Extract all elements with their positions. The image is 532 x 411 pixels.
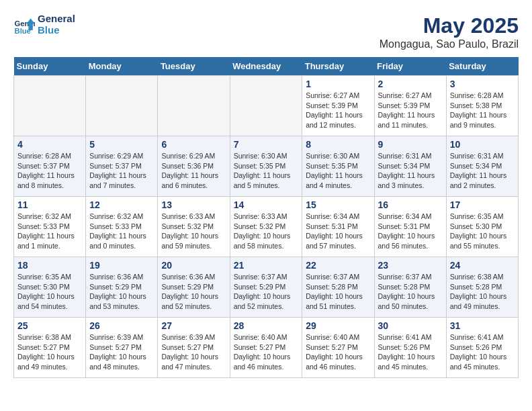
column-header-monday: Monday (86, 57, 158, 76)
day-info: Sunrise: 6:41 AM Sunset: 5:26 PM Dayligh… (378, 332, 443, 372)
day-cell: 23Sunrise: 6:37 AM Sunset: 5:28 PM Dayli… (374, 257, 446, 318)
day-cell: 2Sunrise: 6:27 AM Sunset: 5:39 PM Daylig… (374, 76, 446, 136)
day-info: Sunrise: 6:34 AM Sunset: 5:31 PM Dayligh… (378, 212, 443, 251)
day-info: Sunrise: 6:38 AM Sunset: 5:27 PM Dayligh… (17, 332, 82, 372)
day-number: 22 (306, 260, 370, 271)
day-info: Sunrise: 6:32 AM Sunset: 5:33 PM Dayligh… (17, 212, 82, 251)
week-row-2: 4Sunrise: 6:28 AM Sunset: 5:37 PM Daylig… (14, 136, 519, 197)
day-cell (230, 76, 302, 136)
day-cell: 16Sunrise: 6:34 AM Sunset: 5:31 PM Dayli… (374, 197, 446, 257)
column-header-friday: Friday (374, 57, 446, 76)
day-cell: 19Sunrise: 6:36 AM Sunset: 5:29 PM Dayli… (86, 257, 158, 318)
day-info: Sunrise: 6:33 AM Sunset: 5:32 PM Dayligh… (161, 212, 226, 251)
day-info: Sunrise: 6:31 AM Sunset: 5:34 PM Dayligh… (378, 151, 443, 191)
day-cell (14, 76, 86, 136)
day-number: 23 (378, 260, 443, 271)
day-number: 31 (450, 320, 515, 331)
day-number: 10 (450, 139, 515, 150)
svg-text:Blue: Blue (15, 26, 31, 34)
week-row-3: 11Sunrise: 6:32 AM Sunset: 5:33 PM Dayli… (14, 197, 519, 257)
day-info: Sunrise: 6:37 AM Sunset: 5:29 PM Dayligh… (234, 272, 299, 312)
column-header-thursday: Thursday (302, 57, 374, 76)
day-info: Sunrise: 6:32 AM Sunset: 5:33 PM Dayligh… (89, 212, 154, 251)
day-number: 13 (161, 199, 226, 210)
day-number: 26 (89, 320, 154, 331)
day-cell: 28Sunrise: 6:40 AM Sunset: 5:27 PM Dayli… (230, 318, 302, 378)
logo-line1: General (38, 13, 75, 25)
logo: General Blue General Blue (13, 13, 75, 36)
day-number: 1 (306, 79, 370, 89)
day-cell: 21Sunrise: 6:37 AM Sunset: 5:29 PM Dayli… (230, 257, 302, 318)
day-number: 15 (306, 199, 370, 210)
day-number: 3 (450, 79, 515, 89)
day-info: Sunrise: 6:30 AM Sunset: 5:35 PM Dayligh… (306, 151, 370, 191)
day-number: 6 (161, 139, 226, 150)
day-number: 16 (378, 199, 443, 210)
day-cell: 9Sunrise: 6:31 AM Sunset: 5:34 PM Daylig… (374, 136, 446, 197)
day-info: Sunrise: 6:29 AM Sunset: 5:37 PM Dayligh… (89, 151, 154, 191)
day-number: 14 (234, 199, 299, 210)
week-row-4: 18Sunrise: 6:35 AM Sunset: 5:30 PM Dayli… (14, 257, 519, 318)
day-info: Sunrise: 6:28 AM Sunset: 5:37 PM Dayligh… (17, 151, 82, 191)
day-cell: 22Sunrise: 6:37 AM Sunset: 5:28 PM Dayli… (302, 257, 374, 318)
day-info: Sunrise: 6:36 AM Sunset: 5:29 PM Dayligh… (89, 272, 154, 312)
logo-icon: General Blue (13, 14, 35, 36)
day-info: Sunrise: 6:39 AM Sunset: 5:27 PM Dayligh… (89, 332, 154, 372)
day-number: 19 (89, 260, 154, 271)
day-info: Sunrise: 6:41 AM Sunset: 5:26 PM Dayligh… (450, 332, 515, 372)
day-number: 20 (161, 260, 226, 271)
day-number: 2 (378, 79, 443, 89)
day-number: 11 (17, 199, 82, 210)
day-info: Sunrise: 6:37 AM Sunset: 5:28 PM Dayligh… (378, 272, 443, 312)
day-cell: 27Sunrise: 6:39 AM Sunset: 5:27 PM Dayli… (158, 318, 230, 378)
day-cell: 17Sunrise: 6:35 AM Sunset: 5:30 PM Dayli… (446, 197, 518, 257)
day-cell (86, 76, 158, 136)
day-number: 28 (234, 320, 299, 331)
month-title: May 2025 (380, 13, 519, 38)
day-number: 5 (89, 139, 154, 150)
day-cell: 4Sunrise: 6:28 AM Sunset: 5:37 PM Daylig… (14, 136, 86, 197)
day-info: Sunrise: 6:31 AM Sunset: 5:34 PM Dayligh… (450, 151, 515, 191)
day-cell: 10Sunrise: 6:31 AM Sunset: 5:34 PM Dayli… (446, 136, 518, 197)
day-cell: 3Sunrise: 6:28 AM Sunset: 5:38 PM Daylig… (446, 76, 518, 136)
day-cell: 29Sunrise: 6:40 AM Sunset: 5:27 PM Dayli… (302, 318, 374, 378)
day-info: Sunrise: 6:38 AM Sunset: 5:28 PM Dayligh… (450, 272, 515, 312)
day-cell: 31Sunrise: 6:41 AM Sunset: 5:26 PM Dayli… (446, 318, 518, 378)
day-cell: 11Sunrise: 6:32 AM Sunset: 5:33 PM Dayli… (14, 197, 86, 257)
day-info: Sunrise: 6:33 AM Sunset: 5:32 PM Dayligh… (234, 212, 299, 251)
day-number: 30 (378, 320, 443, 331)
column-header-wednesday: Wednesday (230, 57, 302, 76)
day-cell: 26Sunrise: 6:39 AM Sunset: 5:27 PM Dayli… (86, 318, 158, 378)
logo-line2: Blue (38, 25, 75, 36)
day-number: 21 (234, 260, 299, 271)
day-info: Sunrise: 6:40 AM Sunset: 5:27 PM Dayligh… (306, 332, 370, 372)
day-cell: 7Sunrise: 6:30 AM Sunset: 5:35 PM Daylig… (230, 136, 302, 197)
column-header-tuesday: Tuesday (158, 57, 230, 76)
day-info: Sunrise: 6:30 AM Sunset: 5:35 PM Dayligh… (234, 151, 299, 191)
day-number: 29 (306, 320, 370, 331)
day-number: 8 (306, 139, 370, 150)
day-info: Sunrise: 6:35 AM Sunset: 5:30 PM Dayligh… (17, 272, 82, 312)
day-cell: 6Sunrise: 6:29 AM Sunset: 5:36 PM Daylig… (158, 136, 230, 197)
location: Mongagua, Sao Paulo, Brazil (380, 38, 519, 50)
day-number: 12 (89, 199, 154, 210)
day-info: Sunrise: 6:40 AM Sunset: 5:27 PM Dayligh… (234, 332, 299, 372)
day-cell: 1Sunrise: 6:27 AM Sunset: 5:39 PM Daylig… (302, 76, 374, 136)
day-number: 24 (450, 260, 515, 271)
day-cell: 30Sunrise: 6:41 AM Sunset: 5:26 PM Dayli… (374, 318, 446, 378)
day-info: Sunrise: 6:35 AM Sunset: 5:30 PM Dayligh… (450, 212, 515, 251)
calendar-table: SundayMondayTuesdayWednesdayThursdayFrid… (13, 57, 519, 378)
day-cell: 8Sunrise: 6:30 AM Sunset: 5:35 PM Daylig… (302, 136, 374, 197)
day-cell (158, 76, 230, 136)
week-row-1: 1Sunrise: 6:27 AM Sunset: 5:39 PM Daylig… (14, 76, 519, 136)
header-row: SundayMondayTuesdayWednesdayThursdayFrid… (14, 57, 519, 76)
day-cell: 5Sunrise: 6:29 AM Sunset: 5:37 PM Daylig… (86, 136, 158, 197)
page-header: General Blue General Blue May 2025 Monga… (13, 13, 519, 50)
day-info: Sunrise: 6:39 AM Sunset: 5:27 PM Dayligh… (161, 332, 226, 372)
day-info: Sunrise: 6:37 AM Sunset: 5:28 PM Dayligh… (306, 272, 370, 312)
day-info: Sunrise: 6:27 AM Sunset: 5:39 PM Dayligh… (306, 91, 370, 130)
day-cell: 13Sunrise: 6:33 AM Sunset: 5:32 PM Dayli… (158, 197, 230, 257)
day-cell: 24Sunrise: 6:38 AM Sunset: 5:28 PM Dayli… (446, 257, 518, 318)
day-number: 27 (161, 320, 226, 331)
day-number: 25 (17, 320, 82, 331)
